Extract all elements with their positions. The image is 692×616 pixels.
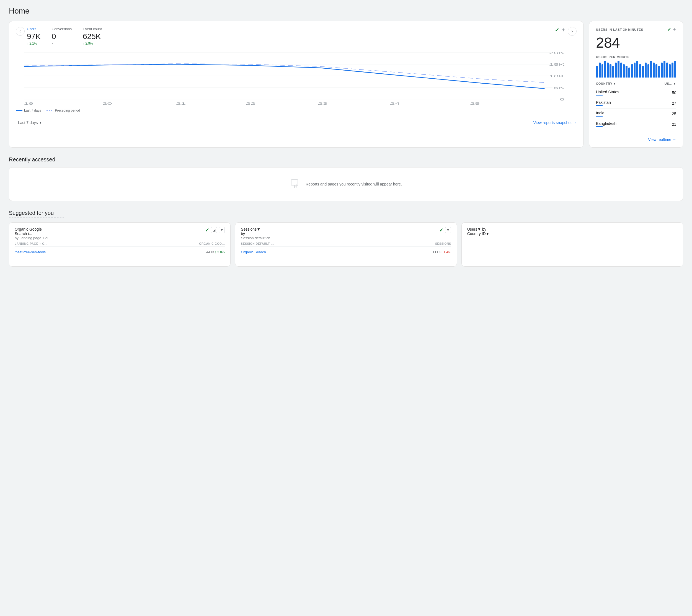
bar [609,64,611,78]
country-name: Bangladesh [596,121,617,126]
realtime-header: USERS IN LAST 30 MINUTES ✔ ✦ [596,27,676,32]
bar [669,64,671,78]
bar [618,61,620,78]
view-realtime-link[interactable]: View realtime → [648,137,676,142]
realtime-check-icon: ✔ [667,27,671,32]
svg-text:10K: 10K [549,75,565,78]
sc-table-headers: LANDING PAGE + Q... ORGANIC GOO... [15,242,225,247]
suggested-title: Suggested for you [9,210,683,216]
country-count: 21 [672,122,676,127]
legend-dashed-label: Preceding period [55,108,80,112]
date-range-dropdown-icon: ▼ [39,121,42,125]
bar [626,66,627,78]
sc-row: /best-free-seo-tools 441K ↑ 2.8% [15,249,225,255]
legend-dashed-line [46,110,53,111]
metric-eventcount[interactable]: Event count 625K ↑ 2.9% [83,27,102,45]
realtime-footer: View realtime → [596,134,676,142]
top-row: ‹ Users 97K ↑ 2.1% Conversions 0 - Event… [9,21,683,148]
realtime-user-count: 284 [596,34,676,51]
analytics-card: ‹ Users 97K ↑ 2.1% Conversions 0 - Event… [9,21,584,148]
sc-col-1: LANDING PAGE + Q... [15,242,48,245]
country-row[interactable]: United States 50 [596,87,676,98]
sc-row-label: Organic Search [241,250,432,254]
prev-arrow[interactable]: ‹ [16,27,25,36]
bar [664,61,666,78]
sc-row-label: /best-free-seo-tools [15,250,206,254]
view-realtime-label: View realtime [648,137,671,142]
next-arrow[interactable]: › [568,27,577,36]
us-col-label[interactable]: US... ▼ [665,82,676,85]
suggested-card-2[interactable]: Sessions▼ by Session default ch... ✔▼ SE… [235,222,457,267]
legend-solid-label: Last 7 days [24,108,41,112]
recently-accessed-empty-text: Reports and pages you recently visited w… [306,182,402,186]
bar [658,66,660,78]
svg-text:5K: 5K [554,86,565,89]
suggested-title-underline [9,217,64,218]
suggested-card-3[interactable]: Users▼ by Country ID▼ [461,222,683,267]
metric-conversions-change: - [52,42,72,45]
svg-text:21: 21 [176,102,186,105]
check-circle-icon: ✔ [439,227,444,233]
bar [607,63,609,78]
analytics-card-footer: Last 7 days ▼ View reports snapshot → [16,116,577,126]
sc-col-1: SESSION DEFAULT ... [241,242,274,245]
dropdown-icon[interactable]: ▼ [219,227,225,233]
realtime-title: USERS IN LAST 30 MINUTES [596,28,643,31]
country-count: 27 [672,101,676,105]
filter-icon[interactable]: ◢ [211,227,217,233]
arrow-right-icon: → [573,121,577,125]
metric-eventcount-label: Event count [83,27,102,31]
check-circle-icon: ✔ [205,227,209,233]
dropdown-icon[interactable]: ▼ [445,227,451,233]
legend-solid-line [16,110,22,111]
country-col-label[interactable]: COUNTRY ▼ [596,82,616,85]
country-indicator [596,95,603,95]
country-row[interactable]: Bangladesh 21 [596,119,676,129]
bar [604,61,606,78]
metric-eventcount-change: ↑ 2.9% [83,42,102,45]
bar [596,66,598,78]
chart-area: 20K 15K 10K 5K 0 19 Feb 20 21 [16,50,577,105]
bar [642,66,644,78]
sc-header: Organic Google Search i... by Landing pa… [15,227,225,240]
view-reports-snapshot-link[interactable]: View reports snapshot → [534,121,577,125]
chart-legend: Last 7 days Preceding period [16,108,577,112]
bar [631,64,633,78]
sc-title: Users▼ by Country ID▼ [467,227,497,236]
sc-header: Users▼ by Country ID▼ [467,227,677,236]
country-row[interactable]: Pakistan 27 [596,98,676,108]
svg-text:20: 20 [103,102,112,105]
analytics-chart: 20K 15K 10K 5K 0 19 Feb 20 21 [16,50,577,105]
metric-eventcount-value: 625K [83,32,102,41]
date-range-button[interactable]: Last 7 days ▼ [16,119,45,126]
legend-solid: Last 7 days [16,108,41,112]
svg-text:15K: 15K [549,63,565,66]
suggested-cards: Organic Google Search i... by Landing pa… [9,222,683,267]
country-indicator [596,126,603,127]
metric-users[interactable]: Users 97K ↑ 2.1% [27,27,41,45]
bar [655,64,657,78]
recently-accessed-title: Recently accessed [9,156,683,163]
svg-text:23: 23 [318,102,327,105]
metric-conversions[interactable]: Conversions 0 - [52,27,72,45]
metric-conversions-label: Conversions [52,27,72,31]
suggested-card-1[interactable]: Organic Google Search i... by Landing pa… [9,222,231,267]
us-dropdown-icon: ▼ [673,82,676,85]
country-name: Pakistan [596,100,611,105]
recently-accessed-section: Recently accessed Reports and pages you … [9,156,683,201]
sc-table-headers: SESSION DEFAULT ... SESSIONS [241,242,451,247]
country-row[interactable]: India 25 [596,108,676,119]
sc-title: Sessions▼ by [241,227,263,236]
bar [623,64,625,78]
metric-users-change: ↑ 2.1% [27,42,41,45]
sparkle-icon[interactable]: ✦ [561,27,565,33]
sc-header: Sessions▼ by Session default ch... ✔▼ [241,227,451,240]
svg-rect-18 [291,180,298,185]
bar [602,64,603,78]
sc-col-2: ORGANIC GOO... [199,242,225,245]
bar [639,64,641,78]
realtime-sparkle-icon[interactable]: ✦ [673,27,676,32]
sc-col-2: SESSIONS [435,242,451,245]
country-table: United States 50 Pakistan 27 India 25 Ba… [596,87,676,129]
country-table-header: COUNTRY ▼ US... ▼ [596,82,676,85]
